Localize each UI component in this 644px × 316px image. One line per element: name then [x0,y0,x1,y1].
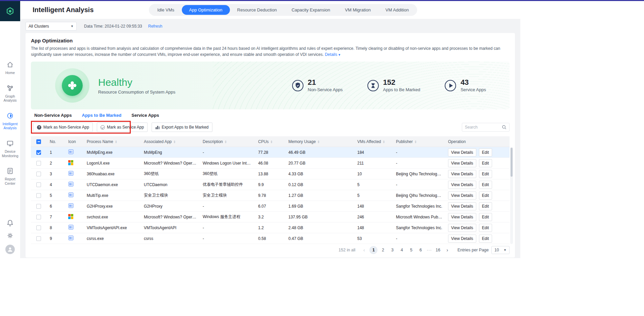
user-avatar[interactable] [5,245,15,254]
row-checkbox[interactable] [36,161,41,166]
tab-vm-migration[interactable]: VM Migration [337,5,378,15]
view-details-button[interactable]: View Details [448,224,476,232]
table-row[interactable]: 4 UTCDaemon.exe UTCDaemon 优泰电子签章辅助控件 9.9… [31,179,510,190]
view-details-button[interactable]: View Details [448,235,476,243]
tab-capacity-expansion[interactable]: Capacity Expansion [284,5,337,15]
sort-icon[interactable]: ▲▼ [383,140,385,144]
edit-button[interactable]: Edit [479,235,492,243]
table-row[interactable]: 8 VMToolsAgentAPI.exe VMToolsAgentAPI - … [31,222,510,233]
table-row[interactable]: 7 svchost.exe Microsoft? Windows? Operat… [31,212,510,222]
apps-table: No. Icon Process Name▲▼ Associated App▲▼… [31,136,510,244]
table-row[interactable]: 2 LogonUI.exe Microsoft? Windows? Operat… [31,158,510,169]
col-operation: Operation [445,139,510,144]
cluster-select[interactable]: All Clusters ▼ [26,22,77,31]
tab-idle-vms[interactable]: Idle VMs [150,5,182,15]
table-row[interactable]: 5 MultiTip.exe 安全卫士模块 安全卫士模块 9.78 1.27 G… [31,190,510,201]
sort-icon[interactable]: ▲▼ [270,140,273,144]
page-number[interactable]: 4 [398,246,406,254]
sort-icon[interactable]: ▲▼ [115,140,117,144]
details-link[interactable]: Details [325,52,337,57]
edit-button[interactable]: Edit [479,224,492,232]
view-details-button[interactable]: View Details [448,202,476,210]
view-details-button[interactable]: View Details [448,213,476,221]
edit-button[interactable]: Edit [479,148,492,156]
row-checkbox[interactable] [36,193,41,198]
page-title: Intelligent Analysis [33,6,94,14]
sort-icon[interactable]: ▲▼ [225,140,227,144]
edit-button[interactable]: Edit [479,191,492,200]
edit-button[interactable]: Edit [479,181,492,189]
tab-apps-to-be-marked[interactable]: Apps to Be Marked [82,113,122,119]
next-page-arrow-icon[interactable]: › [443,246,451,254]
view-details-button[interactable]: View Details [448,170,476,178]
sidebar-item-intelligent-analysis[interactable]: Intelligent Analysis [0,112,20,130]
sort-icon[interactable]: ▲▼ [414,140,417,144]
prev-page-arrow-icon[interactable]: ‹ [360,246,368,254]
mark-as-non-service-app-button[interactable]: ? Mark as Non-Service App [33,122,93,132]
row-checkbox[interactable] [36,182,41,187]
page-number[interactable]: 5 [407,246,415,254]
button-label: Mark as Non-Service App [43,125,89,130]
sort-icon[interactable]: ▲▼ [173,140,176,144]
edit-button[interactable]: Edit [479,202,492,210]
cell-publisher: - [393,182,445,187]
tab-resource-deduction[interactable]: Resource Deduction [230,5,284,15]
sidebar-item-device-monitoring[interactable]: Device Monitoring [0,140,20,158]
view-details-button[interactable]: View Details [448,159,476,167]
app-list-tabs: Non-Service Apps Apps to Be Marked Servi… [31,113,510,119]
table-row[interactable]: 9 csrss.exe csrss - 0.58 0.47 GB 53 - Vi… [31,233,510,244]
table-row[interactable]: 1 MsMpEng.exe MsMpEng - 77.28 46.49 GB 1… [31,147,510,158]
vertical-scrollbar-track[interactable] [510,147,513,244]
row-checkbox[interactable] [36,204,41,209]
edit-button[interactable]: Edit [479,159,492,167]
row-checkbox[interactable] [36,236,41,241]
row-checkbox[interactable] [36,215,41,219]
view-details-button[interactable]: View Details [448,181,476,189]
tab-vm-addition[interactable]: VM Addition [378,5,416,15]
tab-app-optimization[interactable]: App Optimization [182,5,230,15]
page-number[interactable]: 3 [388,246,396,254]
cell-publisher: Microsoft Windows Publis... [393,215,445,219]
edit-button[interactable]: Edit [479,170,492,178]
stat-value: 43 [460,78,486,86]
entries-per-page-select[interactable]: 10 ▼ [491,246,510,254]
mark-as-service-app-button[interactable]: Mark as Service App [97,122,148,132]
person-icon [6,246,14,253]
pagination-ellipsis[interactable]: ··· [426,248,433,252]
tab-service-apps[interactable]: Service Apps [131,113,159,119]
table-row[interactable]: 3 360huabao.exe 360壁纸 360壁纸 13.88 4.33 G… [31,169,510,179]
view-details-button[interactable]: View Details [448,191,476,200]
vertical-scrollbar-thumb[interactable] [511,148,513,177]
cell-process-name: UTCDaemon.exe [84,182,141,187]
cell-operation: View DetailsEdit [445,170,510,178]
app-logo[interactable] [0,1,20,21]
sort-icon[interactable]: ▲▼ [317,140,320,144]
page-number[interactable]: 16 [434,246,442,254]
notifications-bell-icon[interactable] [6,219,14,226]
select-all-checkbox[interactable] [36,139,41,144]
page-number[interactable]: 1 [369,246,377,254]
edit-button[interactable]: Edit [479,213,492,221]
table-row[interactable]: 6 G2HProxy.exe G2HProxy - 6.07 1.69 GB 1… [31,201,510,212]
sidebar-item-report-center[interactable]: Report Center [0,167,20,185]
sidebar-item-home[interactable]: Home [0,61,20,75]
cell-icon [66,224,84,231]
export-apps-button[interactable]: Export Apps to Be Marked [152,122,212,132]
cell-memory-usage: 20.77 GB [286,161,355,166]
banner-stats: 21 Non-Service Apps 152 Apps [292,78,486,92]
search-input[interactable] [465,125,502,130]
search-icon[interactable] [502,125,507,130]
view-details-button[interactable]: View Details [448,148,476,156]
sidebar-item-graph-analysis[interactable]: Graph Analysis [0,84,20,103]
row-checkbox[interactable] [36,225,41,230]
tab-non-service-apps[interactable]: Non-Service Apps [34,113,72,119]
row-checkbox[interactable] [36,172,41,176]
page-number[interactable]: 2 [379,246,387,254]
cell-memory-usage: 46.49 GB [286,150,355,155]
page-number[interactable]: 6 [416,246,425,254]
data-time-label: Data Time: 2024-01-22 09:55:33 [84,24,142,29]
refresh-link[interactable]: Refresh [148,24,162,29]
stat-apps-to-be-marked: 152 Apps to Be Marked [367,78,420,92]
row-checkbox[interactable] [36,150,41,155]
settings-gear-icon[interactable] [6,232,14,239]
